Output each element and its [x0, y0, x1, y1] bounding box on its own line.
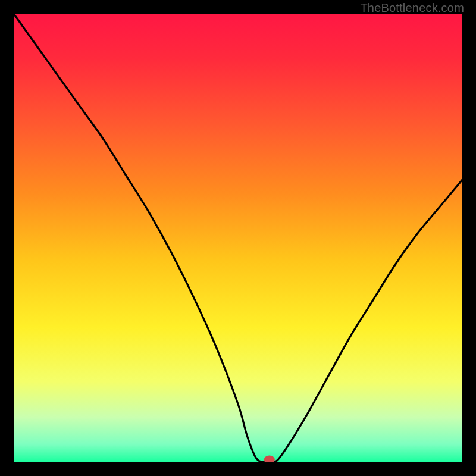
bottleneck-chart [14, 14, 462, 462]
plot-area [14, 14, 462, 462]
watermark-text: TheBottleneck.com [360, 1, 464, 15]
gradient-background [14, 14, 462, 462]
chart-stage: TheBottleneck.com [0, 0, 476, 476]
